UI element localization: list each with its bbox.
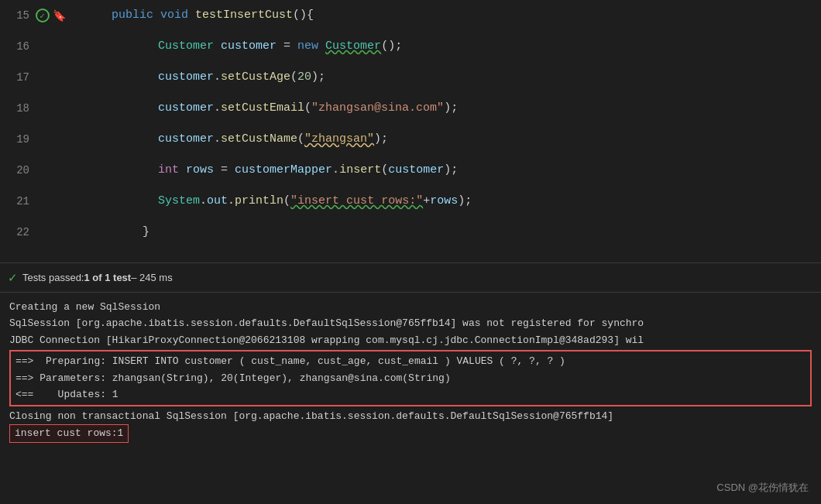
- line-icon-15: ✓ 🔖: [39, 9, 62, 22]
- line-number-21: 21: [0, 195, 39, 207]
- console-closing-line: Closing non transactional SqlSession [or…: [9, 408, 812, 424]
- line-number-17: 17: [0, 71, 39, 84]
- line-number-18: 18: [0, 102, 39, 115]
- insert-result-text: insert cust rows:1: [15, 427, 123, 439]
- watermark: CSDN @花伤情犹在: [716, 481, 809, 495]
- code-line-22: 22 }: [0, 217, 821, 248]
- console-updates-line: <== Updates: 1: [15, 386, 806, 403]
- highlighted-sql-block: ==> Preparing: INSERT INTO customer ( cu…: [9, 350, 812, 406]
- line-number-20: 20: [0, 164, 39, 177]
- console-preparing-line: ==> Preparing: INSERT INTO customer ( cu…: [15, 353, 806, 369]
- console-line-3: JDBC Connection [HikariProxyConnection@2…: [9, 332, 812, 348]
- line-number-19: 19: [0, 133, 39, 146]
- console-parameters-line: ==> Parameters: zhangsan(String), 20(Int…: [15, 370, 806, 386]
- code-line-22-content: }: [62, 186, 821, 279]
- code-editor: 15 ✓ 🔖 public void testInsertCust(){ 16 …: [0, 0, 821, 263]
- console-area: Creating a new SqlSession SqlSession [or…: [0, 293, 821, 504]
- line-number-15: 15: [0, 9, 39, 22]
- line-number-16: 16: [0, 40, 39, 53]
- test-check-icon: ✓: [8, 271, 18, 285]
- console-line-1: Creating a new SqlSession: [9, 299, 812, 315]
- console-line-2: SqlSession [org.apache.ibatis.session.de…: [9, 315, 812, 331]
- line-number-22: 22: [0, 226, 39, 238]
- console-output: Creating a new SqlSession SqlSession [or…: [0, 293, 821, 504]
- insert-result: insert cust rows:1: [9, 424, 129, 442]
